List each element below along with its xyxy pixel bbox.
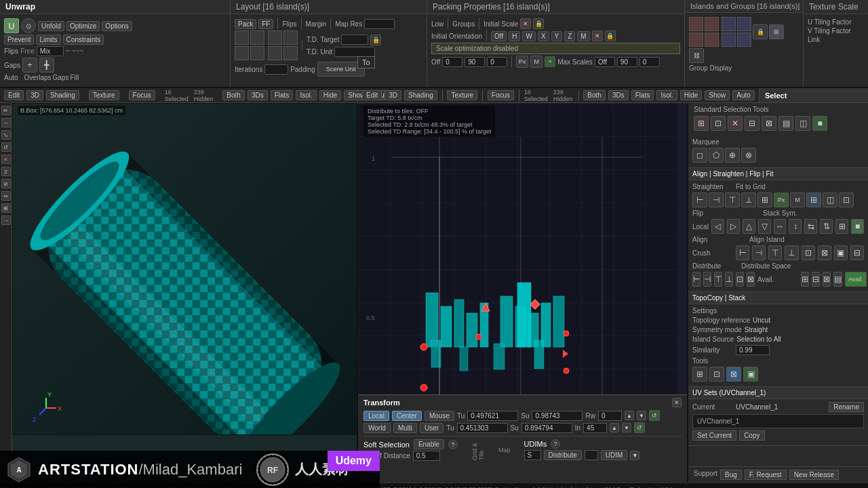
enable-soft-btn[interactable]: Enable	[414, 439, 444, 449]
sel-btn-7[interactable]: ◫	[795, 116, 810, 131]
grid-btn-1[interactable]	[235, 30, 249, 45]
val-0-input[interactable]	[442, 57, 462, 67]
tu-val2-input[interactable]	[457, 423, 508, 433]
r-texture-btn[interactable]: Texture	[447, 90, 477, 100]
topo-btn-4[interactable]: ▣	[743, 367, 758, 382]
unfold-btn[interactable]: Unfold	[38, 21, 64, 31]
mq-btn-4[interactable]: ⊗	[741, 148, 756, 163]
sel-btn-6[interactable]: ▤	[778, 116, 793, 131]
in-up-btn[interactable]: ▲	[610, 423, 619, 432]
grid-btn-8[interactable]	[283, 46, 298, 60]
ig-btn-8[interactable]	[737, 33, 751, 47]
prevent-btn[interactable]: Prevent	[4, 35, 34, 45]
limits-btn[interactable]: Limits	[36, 35, 60, 45]
sel-btn-8[interactable]: ■	[812, 116, 827, 131]
r-edit-btn[interactable]: Edit	[362, 90, 382, 100]
crush-5[interactable]: ⊡	[802, 245, 815, 260]
flip-right-btn[interactable]: ▷	[727, 219, 740, 234]
sidebar-scale-icon[interactable]: ⤡	[1, 130, 11, 140]
mq-btn-1[interactable]: ◻	[692, 148, 707, 163]
r-shading-btn[interactable]: Shading	[404, 90, 437, 100]
udim-s-input[interactable]	[524, 450, 541, 460]
mq-btn-3[interactable]: ⊕	[725, 148, 740, 163]
in-down-btn[interactable]: ▼	[622, 423, 631, 432]
sidebar-sym-icon[interactable]: ⊘	[1, 179, 11, 188]
r-hide-btn[interactable]: Hide	[680, 90, 703, 100]
align2-btn[interactable]: ╋	[39, 58, 54, 73]
ig-link-btn[interactable]: ⛓	[689, 48, 704, 63]
flip-8[interactable]: ⇅	[820, 219, 833, 234]
mq-btn-2[interactable]: ⬠	[709, 148, 724, 163]
sel-btn-3[interactable]: ✕	[728, 116, 743, 131]
grid-btn-7[interactable]	[268, 46, 282, 60]
soft-help-btn[interactable]: ?	[448, 440, 458, 449]
ig-btn-1[interactable]	[689, 17, 703, 31]
optimize-btn[interactable]: ⊙	[21, 18, 36, 33]
flats-btn[interactable]: Flats	[271, 90, 294, 100]
sel-btn-4[interactable]: ⊟	[745, 116, 760, 131]
flip-h-btn[interactable]: ↔	[774, 219, 787, 234]
multi-btn[interactable]: Multi	[393, 423, 417, 433]
orient-lock-btn[interactable]: 🔒	[605, 30, 616, 41]
sidebar-2-icon[interactable]: 2	[1, 167, 11, 176]
options-btn[interactable]: Options	[102, 21, 132, 31]
r-3d-btn[interactable]: 3D	[384, 90, 401, 100]
m-btn[interactable]: M	[577, 31, 589, 41]
dist-6[interactable]: ⊠	[747, 272, 755, 287]
crush-1[interactable]: ⊢	[736, 245, 749, 260]
left-viewport[interactable]: B.Box: [576.654 10.2465 82.5362] cm	[12, 103, 358, 483]
dist-4[interactable]: ⊥	[725, 272, 733, 287]
orient-x-btn[interactable]: ✕	[592, 30, 603, 41]
dist-5[interactable]: ⊡	[736, 272, 744, 287]
distribute-btn[interactable]: Distribute	[544, 450, 582, 460]
uv-channel-list-item[interactable]: UVChannel_1	[692, 414, 864, 428]
sel-btn-1[interactable]: ⊞	[694, 116, 709, 131]
rw-up-btn[interactable]: ▲	[625, 411, 634, 420]
flip-9[interactable]: ⊞	[835, 219, 848, 234]
grid-btn-3[interactable]	[235, 46, 249, 60]
right-viewport[interactable]: Distribute to tiles: OFF Target TD: 5.8 …	[358, 103, 688, 483]
transform-close-btn[interactable]: ✕	[672, 398, 682, 407]
r-both-btn[interactable]: Both	[583, 90, 606, 100]
dist-10[interactable]: ▤	[833, 272, 842, 287]
td-target-input[interactable]: 5.8	[341, 35, 368, 45]
str-btn-3[interactable]: ⊤	[725, 192, 740, 207]
str-btn-7[interactable]: M	[790, 192, 805, 207]
str-btn-5[interactable]: ⊞	[757, 192, 772, 207]
topo-btn-1[interactable]: ⊞	[692, 367, 707, 382]
grid-btn-5[interactable]	[268, 30, 282, 45]
focus-left-btn[interactable]: Focus	[129, 90, 155, 100]
grid-btn-4[interactable]	[250, 46, 264, 60]
ff-btn[interactable]: FF	[258, 19, 273, 29]
ig-lock-btn[interactable]: 🔒	[753, 24, 768, 39]
mix-input[interactable]	[37, 46, 64, 56]
su-val1-input[interactable]	[532, 411, 583, 421]
str-btn-10[interactable]: ⊡	[839, 192, 854, 207]
r-flats-btn[interactable]: Flats	[631, 90, 654, 100]
val-90-input[interactable]	[465, 57, 485, 67]
h-btn[interactable]: H	[509, 31, 520, 41]
r-isol-btn[interactable]: Isol.	[656, 90, 677, 100]
sidebar-mirror-icon[interactable]: ⇔	[1, 191, 11, 201]
str-btn-8[interactable]: ⊞	[806, 192, 821, 207]
center-btn[interactable]: Center	[392, 411, 422, 421]
local-btn[interactable]: Local	[363, 411, 389, 421]
grid-btn-2[interactable]	[250, 30, 264, 45]
similarity-input[interactable]	[736, 345, 770, 355]
sidebar-arrow-icon[interactable]: →	[1, 216, 11, 225]
udim-btn[interactable]: UDIM	[601, 450, 628, 460]
su-val2-input[interactable]	[521, 423, 572, 433]
crush-8[interactable]: ⊟	[850, 245, 864, 260]
mouse-btn[interactable]: Mouse	[425, 411, 454, 421]
3ds-btn[interactable]: 3Ds	[248, 90, 268, 100]
flip-left-btn[interactable]: ◁	[711, 219, 724, 234]
crush-3[interactable]: ⊤	[768, 245, 782, 260]
in-input[interactable]	[583, 423, 607, 433]
crush-2[interactable]: ⊣	[752, 245, 766, 260]
flip-down-btn[interactable]: ▽	[758, 219, 771, 234]
dist-9[interactable]: ⊠	[823, 272, 831, 287]
shading-btn[interactable]: Shading	[46, 90, 79, 100]
dist-2[interactable]: ⊣	[703, 272, 711, 287]
texture-left-btn[interactable]: Texture	[89, 90, 119, 100]
dist-8[interactable]: ⊟	[812, 272, 820, 287]
